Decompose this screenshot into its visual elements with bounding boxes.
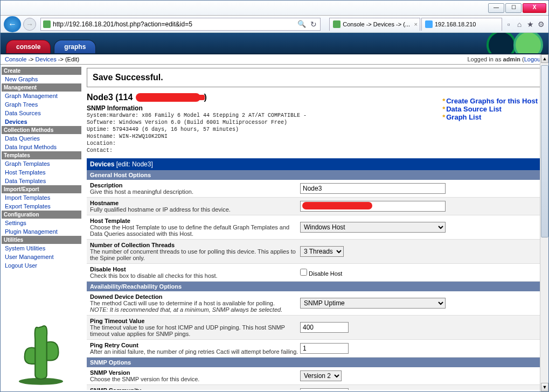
row-hostname: HostnameFully qualified hostname or IP a…	[87, 198, 543, 215]
app-header: console graphs	[1, 33, 548, 54]
login-user: admin	[503, 56, 520, 62]
snmp-version-select[interactable]: Version 2	[300, 370, 342, 381]
header-graphic-icon	[513, 33, 543, 54]
scrollbar[interactable]: ▲ ▼	[540, 54, 548, 391]
search-icon[interactable]: 🔍	[297, 20, 306, 28]
breadcrumb-console[interactable]: Console	[5, 56, 26, 62]
sidebar-item-host-templates[interactable]: Host Templates	[2, 168, 81, 177]
section-devices-title: Devices [edit: Node3]	[87, 158, 543, 170]
sidebar-hdr-create: Create	[2, 67, 81, 75]
host-template-select[interactable]: Windows Host	[300, 222, 446, 233]
sidebar-item-new-graphs[interactable]: New Graphs	[2, 75, 81, 83]
favicon-icon	[43, 20, 51, 28]
home-icon[interactable]: ⌂	[515, 20, 524, 29]
disable-host-checkbox[interactable]	[300, 269, 307, 276]
sidebar-item-graph-templates[interactable]: Graph Templates	[2, 159, 81, 168]
window-titlebar: — ☐ X	[1, 1, 548, 16]
subheader-general: General Host Options	[87, 170, 543, 180]
save-success-banner: Save Successful.	[87, 68, 543, 87]
minimize-button[interactable]: —	[488, 3, 504, 13]
redacted-ip	[136, 93, 200, 102]
breadcrumb: Console -> Devices -> (Edit) Logged in a…	[1, 54, 548, 65]
scroll-down-icon[interactable]: ▼	[541, 383, 548, 391]
sidebar-item-graph-trees[interactable]: Graph Trees	[2, 100, 81, 109]
sidebar: Create New Graphs Management Graph Manag…	[1, 65, 81, 390]
quick-links: *Create Graphs for this Host *Data Sourc…	[442, 97, 538, 121]
newtab-icon[interactable]: ▫	[504, 20, 513, 29]
sidebar-hdr-impexp: Import/Export	[2, 185, 81, 193]
row-disable-host: Disable HostCheck this box to disable al…	[87, 264, 543, 282]
favorites-icon[interactable]: ★	[526, 20, 534, 29]
ping-timeout-input[interactable]	[300, 322, 349, 333]
tab-close-icon[interactable]: ×	[414, 21, 418, 27]
sidebar-hdr-utilities: Utilities	[2, 236, 81, 244]
url-input[interactable]	[53, 20, 294, 28]
scroll-thumb[interactable]	[541, 65, 548, 237]
star-icon: *	[442, 97, 445, 105]
row-description: DescriptionGive this host a meaningful d…	[87, 180, 543, 198]
ping-retry-input[interactable]	[300, 343, 349, 354]
browser-tab-1[interactable]: Console -> Devices -> (... ×	[329, 18, 420, 31]
address-bar[interactable]: 🔍 ↻	[40, 18, 321, 31]
tab-favicon-icon	[425, 20, 433, 28]
browser-tab-2[interactable]: 192.168.18.210	[421, 18, 502, 31]
sidebar-item-logout-user[interactable]: Logout User	[2, 261, 81, 270]
sidebar-item-import-templates[interactable]: Import Templates	[2, 193, 81, 202]
tab-label: Console -> Devices -> (...	[343, 21, 410, 27]
sidebar-item-system-utilities[interactable]: System Utilities	[2, 244, 81, 253]
save-success-text: Save Successful.	[93, 73, 537, 82]
sidebar-hdr-collection: Collection Methods	[2, 126, 81, 134]
subheader-snmp: SNMP Options	[87, 358, 543, 367]
row-ping-retry: Ping Retry CountAfter an initial failure…	[87, 340, 543, 358]
maximize-button[interactable]: ☐	[505, 3, 522, 13]
link-data-source-list[interactable]: *Data Source List	[442, 105, 538, 113]
scroll-up-icon[interactable]: ▲	[541, 54, 548, 63]
back-button[interactable]: ←	[4, 16, 21, 32]
subheader-availability: Availability/Reachability Options	[87, 282, 543, 291]
sidebar-item-user-management[interactable]: User Management	[2, 253, 81, 261]
forward-button[interactable]: →	[23, 18, 36, 31]
link-graph-list[interactable]: *Graph List	[442, 113, 538, 121]
tab-label: 192.168.18.210	[435, 21, 476, 27]
snmp-community-input[interactable]	[300, 388, 349, 390]
breadcrumb-devices[interactable]: Devices	[36, 56, 57, 62]
row-host-template: Host TemplateChoose the Host Template to…	[87, 215, 543, 240]
sidebar-hdr-management: Management	[2, 83, 81, 92]
tab-favicon-icon	[333, 20, 340, 28]
close-button[interactable]: X	[523, 3, 546, 13]
row-snmp-version: SNMP VersionChoose the SNMP version for …	[87, 367, 543, 385]
sidebar-item-settings[interactable]: Settings	[2, 219, 81, 227]
star-icon: *	[442, 105, 445, 113]
hostname-input[interactable]	[300, 201, 446, 212]
login-label: Logged in as	[467, 56, 501, 62]
tools-icon[interactable]: ⚙	[537, 20, 545, 29]
row-snmp-community: SNMP CommunitySNMP read community for th…	[87, 385, 543, 390]
browser-nav-row: ← → 🔍 ↻ Console -> Devices -> (... × 192…	[1, 16, 548, 33]
row-downed-detection: Downed Device DetectionThe method Cacti …	[87, 291, 543, 316]
sidebar-item-export-templates[interactable]: Export Templates	[2, 202, 81, 211]
threads-select[interactable]: 3 Threads	[300, 246, 344, 257]
tab-graphs[interactable]: graphs	[54, 40, 96, 53]
sidebar-item-graph-management[interactable]: Graph Management	[2, 92, 81, 100]
tab-console[interactable]: console	[6, 40, 51, 53]
breadcrumb-current: (Edit)	[65, 56, 79, 62]
row-ping-timeout: Ping Timeout ValueThe timeout value to u…	[87, 316, 543, 340]
header-graphic-icon	[487, 33, 516, 54]
star-icon: *	[442, 113, 445, 121]
sidebar-hdr-configuration: Configuration	[2, 211, 81, 219]
sidebar-item-devices[interactable]: Devices	[2, 117, 81, 126]
main-content: Save Successful. Node3 (114 ) SNMP Infor…	[81, 65, 548, 390]
sidebar-hdr-templates: Templates	[2, 151, 81, 159]
sidebar-item-data-templates[interactable]: Data Templates	[2, 177, 81, 185]
link-create-graphs[interactable]: *Create Graphs for this Host	[442, 97, 538, 105]
downed-detection-select[interactable]: SNMP Uptime	[300, 298, 446, 309]
sidebar-item-data-input[interactable]: Data Input Methods	[2, 143, 81, 151]
sidebar-item-data-queries[interactable]: Data Queries	[2, 134, 81, 143]
sidebar-item-plugin-management[interactable]: Plugin Management	[2, 227, 81, 236]
row-threads: Number of Collection ThreadsThe number o…	[87, 240, 543, 264]
sidebar-item-data-sources[interactable]: Data Sources	[2, 109, 81, 117]
refresh-icon[interactable]: ↻	[309, 20, 318, 29]
description-input[interactable]	[300, 183, 446, 194]
